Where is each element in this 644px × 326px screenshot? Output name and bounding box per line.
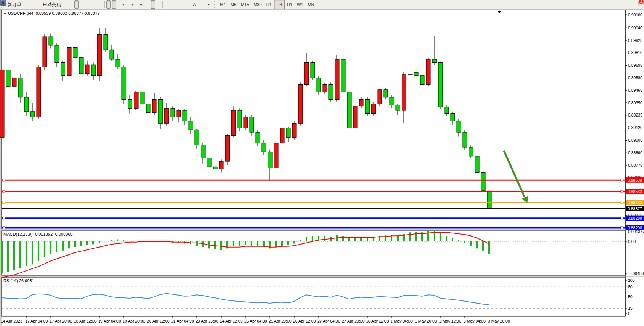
time-axis-label: 19 Apr 04:00	[98, 319, 121, 323]
line-drag-handle[interactable]	[3, 190, 5, 193]
candle-up	[225, 136, 230, 161]
macd-tick-label: -0.004588	[628, 271, 644, 276]
candle-down	[104, 34, 108, 50]
line-drag-handle[interactable]	[621, 190, 623, 193]
time-axis-label: 25 Apr 20:00	[269, 319, 292, 323]
rsi-tick-label: 80	[628, 284, 633, 289]
candle-down	[189, 121, 193, 130]
price-tick-label: 0.89120	[628, 125, 642, 130]
candle-down	[146, 104, 150, 113]
rsi-tick-label: 100	[628, 278, 635, 283]
line-drag-handle[interactable]	[3, 217, 5, 219]
chart-title-collapse-icon[interactable]: ▼	[3, 12, 6, 16]
chart-title: ▼USDCHF-,H4 0.88539 0.88600 0.88377 0.88…	[3, 11, 100, 16]
time-axis-label: 21 Apr 04:00	[171, 319, 194, 323]
macd-tick-label: 0.00	[628, 239, 636, 244]
candle-up	[353, 106, 357, 128]
candle-down	[451, 114, 455, 121]
candle-down	[420, 76, 424, 85]
candle-down	[256, 132, 260, 143]
time-axis-label: 17 Apr 20:00	[49, 319, 72, 323]
candle-down	[30, 112, 35, 117]
candle-up	[408, 74, 412, 75]
candle-down	[438, 62, 443, 107]
candle-up	[280, 128, 284, 143]
chart-symbol-period: USDCHF-,H4	[8, 11, 33, 16]
line-drag-handle[interactable]	[621, 227, 623, 229]
candle-up	[298, 85, 303, 124]
price-line-label: 0.88533	[628, 189, 642, 194]
price-tick-label: 0.90160	[628, 13, 642, 17]
candle-up	[85, 65, 89, 74]
candle-up	[231, 110, 236, 136]
line-drag-handle[interactable]	[621, 217, 623, 219]
candle-down	[286, 128, 290, 138]
candle-up	[371, 104, 376, 114]
candle-up	[67, 48, 71, 76]
candle-down	[91, 65, 96, 76]
candle-down	[384, 90, 388, 97]
candle-down	[110, 50, 114, 59]
candle-down	[341, 59, 345, 92]
candle-down	[481, 173, 485, 191]
candle-down	[79, 57, 83, 74]
price-line-label: 0.88433	[628, 200, 642, 205]
candle-down	[195, 130, 199, 145]
time-axis-label: 18 Apr 12:00	[74, 319, 97, 323]
macd-indicator-label: MACD(12,26,9) -0.001852 -0.000365	[3, 232, 73, 237]
price-tick-label: 0.88775	[628, 163, 642, 168]
candle-up	[274, 143, 278, 168]
price-tick-label: 0.89580	[628, 75, 642, 80]
candle-down	[18, 78, 22, 97]
candle-down	[213, 167, 217, 169]
candle-down	[128, 99, 132, 108]
candle-down	[61, 62, 65, 75]
candle-up	[97, 34, 102, 75]
rsi-indicator-label: RSI(14) 26.9951	[3, 278, 34, 283]
time-axis-label: 23 Apr 23:00	[196, 319, 218, 323]
line-drag-handle[interactable]	[621, 179, 623, 181]
price-line-label: 0.88289	[628, 216, 642, 221]
time-axis-label: 27 Apr 20:00	[342, 319, 365, 323]
line-drag-handle[interactable]	[3, 227, 5, 229]
candle-down	[414, 72, 418, 76]
window-left-edge	[0, 9, 2, 326]
time-axis-label: 3 May 20:00	[488, 319, 510, 323]
macd-name: MACD(12,26,9)	[3, 232, 32, 237]
time-axis-label: 2 May 12:00	[439, 319, 461, 323]
time-axis-label: 3 May 04:00	[464, 319, 486, 323]
pane-separator[interactable]	[2, 229, 644, 230]
time-axis-label: 17 Apr 04:00	[25, 319, 48, 323]
line-drag-handle[interactable]	[3, 179, 5, 181]
trading-terminal-window: 新订单 自动交易	[0, 0, 644, 326]
candle-down	[463, 132, 467, 147]
candle-down	[432, 59, 437, 63]
line-drag-handle[interactable]	[621, 201, 623, 204]
macd-tick-label: 0.001377	[628, 229, 644, 234]
candle-up	[43, 37, 47, 67]
candle-up	[402, 75, 406, 110]
candle-down	[365, 99, 370, 113]
price-tick-label: 0.89925	[628, 38, 642, 43]
candle-down	[250, 117, 254, 132]
candle-down	[122, 67, 126, 100]
candle-down	[396, 105, 400, 110]
time-axis-label: 27 Apr 04:00	[317, 319, 340, 323]
rsi-name: RSI(14)	[3, 278, 18, 283]
candle-up	[359, 99, 363, 106]
time-axis-label: 1 May 04:00	[391, 319, 413, 323]
line-drag-handle[interactable]	[3, 201, 5, 204]
candle-down	[201, 145, 205, 158]
rsi-tick-label: 15	[628, 306, 633, 310]
candle-down	[262, 143, 266, 152]
candle-down	[140, 92, 144, 104]
candle-up	[134, 92, 138, 109]
candle-down	[49, 37, 53, 45]
candle-up	[426, 59, 430, 85]
pane-separator[interactable]	[2, 276, 644, 277]
time-axis-label: 1 May 20:00	[415, 319, 437, 323]
time-axis-label: 14 Apr 2023	[1, 319, 22, 323]
price-line-label: 0.88377	[628, 206, 642, 211]
candle-down	[329, 85, 333, 100]
candle-up	[335, 59, 339, 100]
